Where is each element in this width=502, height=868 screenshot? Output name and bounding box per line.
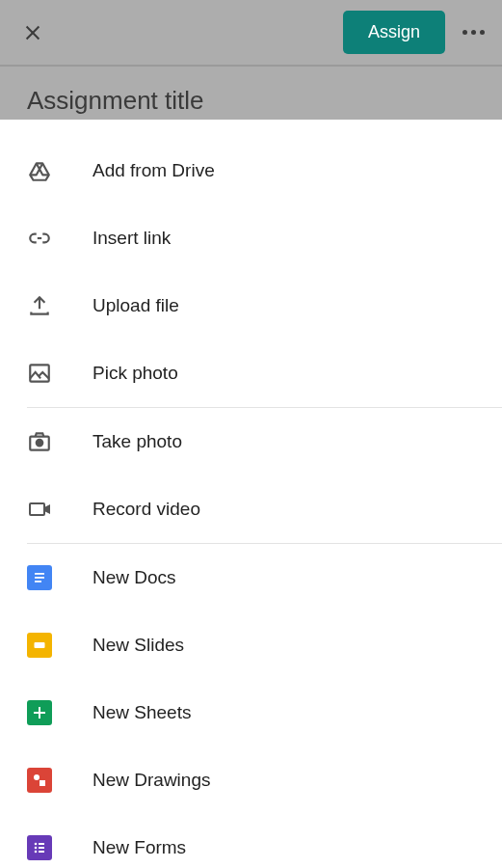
svg-rect-15: [39, 843, 44, 845]
menu-item-label: New Forms: [92, 837, 186, 858]
svg-rect-19: [39, 851, 44, 853]
menu-item-label: Add from Drive: [92, 160, 215, 181]
attachment-bottom-sheet: Add from Drive Insert link Upload fi: [0, 120, 502, 868]
drive-icon: [27, 158, 52, 183]
svg-point-4: [37, 440, 43, 447]
insert-link-item[interactable]: Insert link: [0, 204, 502, 272]
svg-rect-11: [34, 712, 45, 714]
svg-rect-2: [30, 365, 49, 381]
assign-button[interactable]: Assign: [343, 11, 445, 54]
new-docs-item[interactable]: New Docs: [0, 544, 502, 611]
new-sheets-item[interactable]: New Sheets: [0, 679, 502, 746]
drawings-icon: [27, 768, 52, 793]
new-drawings-item[interactable]: New Drawings: [0, 746, 502, 814]
docs-icon: [27, 565, 52, 590]
slides-icon: [27, 633, 52, 658]
video-icon: [27, 497, 54, 522]
svg-point-18: [35, 851, 38, 854]
dimmed-background-header: Assign Assignment title: [0, 0, 502, 125]
svg-rect-9: [35, 642, 45, 648]
svg-rect-8: [35, 581, 41, 583]
sheets-icon: [27, 700, 52, 725]
menu-item-label: Take photo: [92, 431, 182, 452]
assignment-title-field[interactable]: Assignment title: [0, 67, 502, 125]
pick-photo-item[interactable]: Pick photo: [0, 339, 502, 407]
add-from-drive-item[interactable]: Add from Drive: [0, 137, 502, 204]
svg-rect-5: [30, 503, 44, 515]
upload-file-item[interactable]: Upload file: [0, 272, 502, 339]
dot-icon: [471, 30, 476, 35]
upload-icon: [27, 293, 52, 318]
menu-item-label: Record video: [92, 499, 200, 520]
svg-point-12: [34, 774, 40, 780]
close-icon: [22, 22, 43, 43]
menu-item-label: Pick photo: [92, 363, 178, 384]
svg-rect-13: [40, 780, 45, 786]
new-slides-item[interactable]: New Slides: [0, 611, 502, 679]
overflow-menu-button[interactable]: [462, 30, 485, 35]
svg-rect-17: [39, 847, 44, 849]
svg-point-14: [35, 843, 38, 846]
record-video-item[interactable]: Record video: [0, 475, 502, 543]
link-icon: [27, 226, 52, 251]
forms-icon: [27, 835, 52, 860]
camera-icon: [27, 429, 52, 454]
take-photo-item[interactable]: Take photo: [0, 408, 502, 475]
close-button[interactable]: [21, 21, 44, 44]
menu-item-label: New Slides: [92, 635, 184, 656]
svg-rect-6: [35, 573, 44, 575]
menu-item-label: New Drawings: [92, 770, 210, 791]
new-forms-item[interactable]: New Forms: [0, 814, 502, 868]
menu-item-label: Insert link: [92, 228, 171, 249]
dot-icon: [462, 30, 467, 35]
photo-icon: [27, 361, 52, 386]
menu-item-label: Upload file: [92, 295, 179, 316]
dot-icon: [480, 30, 485, 35]
svg-rect-7: [35, 577, 44, 579]
menu-item-label: New Sheets: [92, 702, 191, 723]
svg-point-16: [35, 847, 38, 850]
menu-item-label: New Docs: [92, 567, 176, 588]
